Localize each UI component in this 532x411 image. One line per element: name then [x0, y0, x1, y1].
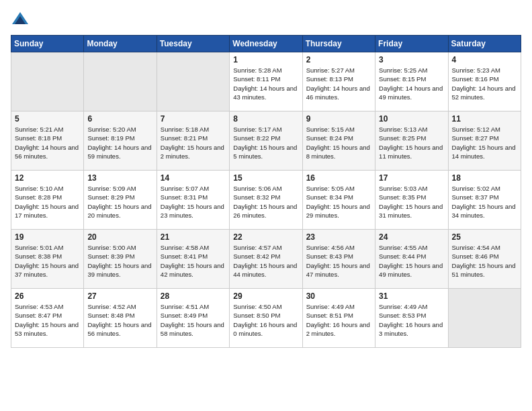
day-info: Sunrise: 5:00 AM Sunset: 8:39 PM Dayligh… [87, 243, 152, 279]
calendar-cell: 18Sunrise: 5:02 AM Sunset: 8:37 PM Dayli… [448, 171, 521, 230]
calendar-cell: 1Sunrise: 5:28 AM Sunset: 8:11 PM Daylig… [230, 52, 302, 111]
day-number: 10 [379, 114, 444, 124]
day-info: Sunrise: 5:05 AM Sunset: 8:34 PM Dayligh… [306, 184, 371, 220]
calendar-cell: 12Sunrise: 5:10 AM Sunset: 8:28 PM Dayli… [11, 171, 84, 230]
day-info: Sunrise: 5:06 AM Sunset: 8:32 PM Dayligh… [233, 184, 298, 220]
calendar-cell [157, 52, 229, 111]
calendar-week-row: 5Sunrise: 5:21 AM Sunset: 8:18 PM Daylig… [11, 111, 521, 171]
day-number: 23 [306, 232, 371, 242]
day-number: 7 [161, 114, 226, 124]
day-info: Sunrise: 5:21 AM Sunset: 8:18 PM Dayligh… [15, 125, 80, 161]
calendar-cell: 16Sunrise: 5:05 AM Sunset: 8:34 PM Dayli… [302, 171, 375, 230]
weekday-header: Thursday [302, 36, 375, 52]
day-info: Sunrise: 4:54 AM Sunset: 8:46 PM Dayligh… [452, 243, 517, 279]
logo [11, 11, 32, 30]
weekday-header: Friday [375, 36, 448, 52]
day-info: Sunrise: 4:55 AM Sunset: 8:44 PM Dayligh… [379, 243, 444, 279]
calendar-cell: 24Sunrise: 4:55 AM Sunset: 8:44 PM Dayli… [375, 230, 448, 289]
calendar-cell: 19Sunrise: 5:01 AM Sunset: 8:38 PM Dayli… [11, 230, 84, 289]
day-info: Sunrise: 4:50 AM Sunset: 8:50 PM Dayligh… [233, 302, 298, 338]
day-number: 9 [306, 114, 371, 124]
day-info: Sunrise: 5:13 AM Sunset: 8:25 PM Dayligh… [379, 125, 444, 161]
day-info: Sunrise: 5:25 AM Sunset: 8:15 PM Dayligh… [379, 66, 444, 101]
calendar-cell: 4Sunrise: 5:23 AM Sunset: 8:16 PM Daylig… [448, 52, 521, 111]
day-number: 6 [87, 114, 152, 124]
day-info: Sunrise: 4:53 AM Sunset: 8:47 PM Dayligh… [15, 302, 80, 338]
calendar-cell: 2Sunrise: 5:27 AM Sunset: 8:13 PM Daylig… [302, 52, 375, 111]
calendar-cell: 6Sunrise: 5:20 AM Sunset: 8:19 PM Daylig… [84, 111, 157, 171]
day-info: Sunrise: 5:03 AM Sunset: 8:35 PM Dayligh… [379, 184, 444, 220]
day-info: Sunrise: 5:15 AM Sunset: 8:24 PM Dayligh… [306, 125, 371, 161]
day-number: 3 [379, 55, 444, 64]
calendar-cell: 20Sunrise: 5:00 AM Sunset: 8:39 PM Dayli… [84, 230, 157, 289]
calendar-week-row: 1Sunrise: 5:28 AM Sunset: 8:11 PM Daylig… [11, 52, 521, 111]
day-info: Sunrise: 4:49 AM Sunset: 8:53 PM Dayligh… [379, 302, 444, 338]
day-info: Sunrise: 5:12 AM Sunset: 8:27 PM Dayligh… [452, 125, 517, 161]
calendar-cell: 14Sunrise: 5:07 AM Sunset: 8:31 PM Dayli… [157, 171, 229, 230]
day-number: 1 [233, 55, 298, 64]
calendar-week-row: 12Sunrise: 5:10 AM Sunset: 8:28 PM Dayli… [11, 171, 521, 230]
calendar-cell: 11Sunrise: 5:12 AM Sunset: 8:27 PM Dayli… [448, 111, 521, 171]
day-number: 8 [233, 114, 298, 124]
day-info: Sunrise: 5:17 AM Sunset: 8:22 PM Dayligh… [233, 125, 298, 161]
day-info: Sunrise: 4:57 AM Sunset: 8:42 PM Dayligh… [233, 243, 298, 279]
calendar-cell: 22Sunrise: 4:57 AM Sunset: 8:42 PM Dayli… [230, 230, 302, 289]
day-info: Sunrise: 4:56 AM Sunset: 8:43 PM Dayligh… [306, 243, 371, 279]
day-info: Sunrise: 5:07 AM Sunset: 8:31 PM Dayligh… [161, 184, 226, 220]
day-number: 30 [306, 291, 371, 301]
day-info: Sunrise: 5:18 AM Sunset: 8:21 PM Dayligh… [161, 125, 226, 161]
calendar-cell: 27Sunrise: 4:52 AM Sunset: 8:48 PM Dayli… [84, 289, 157, 348]
day-info: Sunrise: 5:23 AM Sunset: 8:16 PM Dayligh… [452, 66, 517, 101]
day-number: 16 [306, 173, 371, 183]
calendar-cell: 17Sunrise: 5:03 AM Sunset: 8:35 PM Dayli… [375, 171, 448, 230]
calendar-table: SundayMondayTuesdayWednesdayThursdayFrid… [11, 35, 521, 348]
day-info: Sunrise: 5:27 AM Sunset: 8:13 PM Dayligh… [306, 66, 371, 101]
calendar-cell [84, 52, 157, 111]
day-info: Sunrise: 5:28 AM Sunset: 8:11 PM Dayligh… [233, 66, 298, 101]
calendar-cell: 25Sunrise: 4:54 AM Sunset: 8:46 PM Dayli… [448, 230, 521, 289]
day-number: 31 [379, 291, 444, 301]
weekday-header: Wednesday [230, 36, 302, 52]
day-number: 11 [452, 114, 517, 124]
day-number: 21 [161, 232, 226, 242]
day-number: 29 [233, 291, 298, 301]
day-number: 17 [379, 173, 444, 183]
logo-icon [11, 11, 30, 30]
day-number: 26 [15, 291, 80, 301]
calendar-cell: 30Sunrise: 4:49 AM Sunset: 8:51 PM Dayli… [302, 289, 375, 348]
day-number: 20 [87, 232, 152, 242]
day-number: 5 [15, 114, 80, 124]
calendar-cell: 8Sunrise: 5:17 AM Sunset: 8:22 PM Daylig… [230, 111, 302, 171]
day-number: 18 [452, 173, 517, 183]
calendar-cell: 29Sunrise: 4:50 AM Sunset: 8:50 PM Dayli… [230, 289, 302, 348]
calendar-cell: 13Sunrise: 5:09 AM Sunset: 8:29 PM Dayli… [84, 171, 157, 230]
page-header [11, 11, 521, 30]
calendar-week-row: 26Sunrise: 4:53 AM Sunset: 8:47 PM Dayli… [11, 289, 521, 348]
calendar-cell: 3Sunrise: 5:25 AM Sunset: 8:15 PM Daylig… [375, 52, 448, 111]
day-info: Sunrise: 5:20 AM Sunset: 8:19 PM Dayligh… [87, 125, 152, 161]
calendar-cell: 5Sunrise: 5:21 AM Sunset: 8:18 PM Daylig… [11, 111, 84, 171]
weekday-header: Tuesday [157, 36, 229, 52]
weekday-header: Monday [84, 36, 157, 52]
day-info: Sunrise: 5:09 AM Sunset: 8:29 PM Dayligh… [87, 184, 152, 220]
day-info: Sunrise: 4:49 AM Sunset: 8:51 PM Dayligh… [306, 302, 371, 338]
day-info: Sunrise: 5:02 AM Sunset: 8:37 PM Dayligh… [452, 184, 517, 220]
day-info: Sunrise: 4:58 AM Sunset: 8:41 PM Dayligh… [161, 243, 226, 279]
day-number: 25 [452, 232, 517, 242]
calendar-cell [11, 52, 84, 111]
day-number: 4 [452, 55, 517, 64]
calendar-cell [448, 289, 521, 348]
calendar-cell: 9Sunrise: 5:15 AM Sunset: 8:24 PM Daylig… [302, 111, 375, 171]
weekday-header: Sunday [11, 36, 84, 52]
day-number: 12 [15, 173, 80, 183]
calendar-cell: 28Sunrise: 4:51 AM Sunset: 8:49 PM Dayli… [157, 289, 229, 348]
day-number: 13 [87, 173, 152, 183]
day-info: Sunrise: 5:01 AM Sunset: 8:38 PM Dayligh… [15, 243, 80, 279]
day-number: 19 [15, 232, 80, 242]
day-number: 22 [233, 232, 298, 242]
weekday-header: Saturday [448, 36, 521, 52]
calendar-cell: 31Sunrise: 4:49 AM Sunset: 8:53 PM Dayli… [375, 289, 448, 348]
calendar-cell: 21Sunrise: 4:58 AM Sunset: 8:41 PM Dayli… [157, 230, 229, 289]
calendar-cell: 7Sunrise: 5:18 AM Sunset: 8:21 PM Daylig… [157, 111, 229, 171]
calendar-cell: 23Sunrise: 4:56 AM Sunset: 8:43 PM Dayli… [302, 230, 375, 289]
